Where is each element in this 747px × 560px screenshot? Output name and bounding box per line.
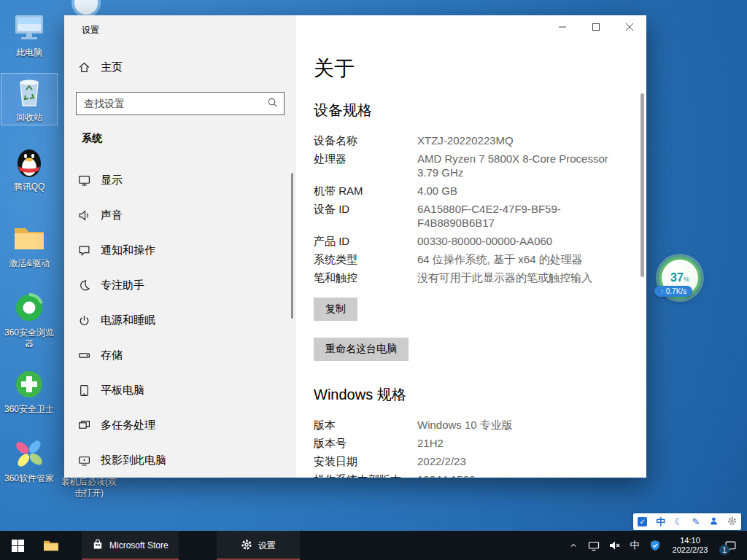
desktop-icon-label: 回收站: [1, 112, 57, 123]
rename-pc-button[interactable]: 重命名这台电脑: [314, 338, 409, 361]
sidebar-item-power-sleep[interactable]: 电源和睡眠: [64, 303, 296, 338]
volume-muted-icon[interactable]: [605, 531, 623, 560]
spec-row: 版本 Windows 10 专业版: [314, 418, 617, 432]
copy-button[interactable]: 复制: [314, 298, 357, 321]
window-controls: [546, 15, 646, 39]
sidebar-item-home[interactable]: 主页: [77, 61, 123, 74]
sidebar-item-storage[interactable]: 存储: [64, 338, 296, 373]
sidebar-item-label: 多任务处理: [101, 419, 155, 432]
spec-row: 处理器 AMD Ryzen 7 5800X 8-Core Processor 3…: [314, 152, 617, 179]
page-title: 关于: [314, 56, 617, 81]
power-icon: [77, 314, 90, 327]
network-icon[interactable]: [585, 531, 603, 560]
desktop-icon-tencent-qq[interactable]: 腾讯QQ: [1, 143, 57, 194]
desktop: 此电脑 回收站 腾讯QQ 激活&驱动 360安全浏览器 360安全卫士: [0, 0, 747, 560]
settings-sidebar: 设置 主页 系统 显示: [64, 15, 296, 478]
qq-icon: [12, 144, 47, 179]
ime-toolbar: ✓ 中 ☾ ✎: [633, 513, 741, 530]
multitasking-icon: [77, 419, 90, 432]
memory-percent: 37%: [670, 271, 689, 284]
spec-row: 笔和触控 没有可用于此显示器的笔或触控输入: [314, 271, 617, 284]
projecting-icon: [77, 454, 90, 467]
desktop-icon-label: 360安全卫士: [1, 404, 57, 415]
sidebar-home-label: 主页: [101, 61, 123, 74]
input-method-indicator[interactable]: 中: [626, 531, 643, 560]
clock-date: 2022/2/23: [668, 545, 712, 555]
settings-content: 关于 设备规格 设备名称 XTZJ-20220223MQ 处理器 AMD Ryz…: [296, 15, 646, 478]
scrollbar-thumb[interactable]: [640, 93, 644, 277]
sidebar-item-focus-assist[interactable]: 专注助手: [64, 268, 296, 303]
sidebar-item-label: 存储: [101, 349, 123, 362]
close-button[interactable]: [613, 15, 646, 39]
360-speed-ball[interactable]: 37% ↑ 0.7K/s: [659, 257, 705, 299]
sidebar-item-label: 电源和睡眠: [101, 314, 155, 327]
ime-pen-icon[interactable]: ✎: [692, 517, 700, 526]
spec-row: 安装日期 2022/2/23: [314, 454, 617, 468]
folder-icon: [12, 221, 47, 256]
desktop-icon-label: 激活&驱动: [1, 258, 57, 269]
sidebar-item-multitasking[interactable]: 多任务处理: [64, 408, 296, 443]
taskbar-settings[interactable]: 设置: [217, 531, 300, 560]
sidebar-item-projecting[interactable]: 投影到此电脑: [64, 443, 296, 478]
content-scrollbar[interactable]: [640, 39, 644, 476]
desktop-icon-recycle-bin[interactable]: 回收站: [1, 74, 57, 125]
desktop-icon-label: 此电脑: [1, 47, 57, 58]
taskbar-clock[interactable]: 14:10 2022/2/23: [667, 536, 713, 555]
sidebar-item-label: 平板电脑: [101, 384, 144, 397]
sidebar-nav: 显示 声音 通知和操作 专注助手 电源和睡眠: [64, 163, 296, 478]
display-icon: [77, 174, 90, 187]
sidebar-scrollbar[interactable]: [291, 173, 293, 319]
this-pc-icon: [12, 10, 47, 45]
sidebar-item-label: 通知和操作: [101, 244, 155, 257]
sidebar-item-label: 专注助手: [101, 279, 144, 292]
sidebar-item-label: 投影到此电脑: [101, 454, 166, 467]
spec-row: 设备名称 XTZJ-20220223MQ: [314, 133, 617, 147]
sound-icon: [77, 209, 90, 222]
search-icon[interactable]: [267, 97, 278, 111]
settings-search-box: [76, 92, 285, 115]
desktop-icon-this-pc[interactable]: 此电脑: [1, 9, 57, 60]
notifications-icon: [77, 244, 90, 257]
desktop-icon-activation-driver[interactable]: 激活&驱动: [1, 219, 57, 271]
action-center-button[interactable]: 1: [716, 531, 744, 560]
spec-row: 产品 ID 00330-80000-00000-AA060: [314, 234, 617, 248]
spec-row: 机带 RAM 4.00 GB: [314, 184, 617, 198]
storage-icon: [77, 349, 90, 362]
gear-icon: [241, 539, 252, 553]
desktop-icon-label: 360软件管家: [1, 473, 57, 484]
security-shield-icon[interactable]: [646, 531, 664, 560]
taskbar: Microsoft Store 设置 中 14:10 2: [0, 531, 747, 560]
spec-row: 系统类型 64 位操作系统, 基于 x64 的处理器: [314, 252, 617, 266]
taskbar-microsoft-store[interactable]: Microsoft Store: [82, 531, 179, 560]
desktop-icon-360-safeguard[interactable]: 360安全卫士: [1, 365, 57, 416]
window-title: 设置: [82, 24, 99, 36]
taskbar-app-label: 设置: [258, 540, 276, 552]
file-explorer-button[interactable]: [35, 531, 67, 560]
ime-user-icon[interactable]: [709, 516, 719, 527]
device-spec-heading: 设备规格: [314, 101, 617, 119]
microsoft-store-icon: [92, 539, 104, 553]
desktop-icon-label: 360安全浏览器: [1, 327, 57, 349]
sidebar-item-sound[interactable]: 声音: [64, 198, 296, 233]
desktop-icon-360-software-manager[interactable]: 360软件管家: [1, 435, 57, 486]
home-icon: [77, 61, 90, 74]
sidebar-item-display[interactable]: 显示: [64, 163, 296, 198]
desktop-icon-360-browser[interactable]: 360安全浏览器: [1, 289, 57, 351]
spec-row: 设备 ID 6A15880F-C4E2-47F9-BF59-F4B8890B6B…: [314, 202, 617, 230]
moon-icon: [77, 279, 90, 292]
tray-chevron-up-icon[interactable]: [565, 531, 582, 560]
ime-language-indicator[interactable]: 中: [656, 517, 665, 526]
system-tray: 中 14:10 2022/2/23 1: [565, 531, 747, 560]
sidebar-item-tablet[interactable]: 平板电脑: [64, 373, 296, 408]
ime-moon-icon[interactable]: ☾: [675, 517, 684, 526]
settings-window: 设置 主页 系统 显示: [64, 15, 646, 478]
minimize-button[interactable]: [546, 15, 579, 39]
maximize-button[interactable]: [579, 15, 613, 39]
start-button[interactable]: [0, 531, 35, 560]
ime-check-icon[interactable]: ✓: [638, 517, 647, 526]
sidebar-item-notifications[interactable]: 通知和操作: [64, 233, 296, 268]
settings-search-input[interactable]: [84, 98, 267, 109]
ime-gear-icon[interactable]: [727, 516, 737, 527]
desktop-icon-label: 装机后必读(双击打开): [61, 477, 117, 499]
windows-spec-heading: Windows 规格: [314, 386, 617, 403]
